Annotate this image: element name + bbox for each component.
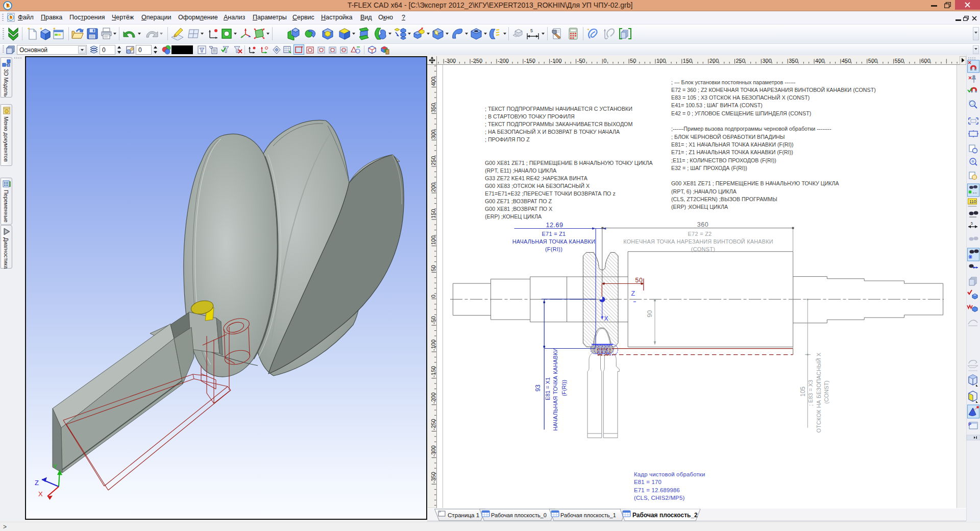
svg-text:Рабочая плоскость_2: Рабочая плоскость_2 xyxy=(632,512,698,519)
svg-text:100: 100 xyxy=(430,235,436,245)
svg-text:КОНЕЧНАЯ ТОЧКА НАРЕЗАНИЯ ВИНТО: КОНЕЧНАЯ ТОЧКА НАРЕЗАНИЯ ВИНТОВОЙ КАНАВК… xyxy=(623,238,773,245)
svg-text:400: 400 xyxy=(430,77,436,86)
svg-text:250: 250 xyxy=(430,156,436,165)
svg-text:;------Пример вызова подпрогра: ;------Пример вызова подпрограммы чернов… xyxy=(671,126,831,132)
svg-text:; ТЕКСТ ПОДПРОГРАММЫ НАЧИНАЕТС: ; ТЕКСТ ПОДПРОГРАММЫ НАЧИНАЕТСЯ С УСТАНО… xyxy=(485,106,632,112)
svg-text:5: 5 xyxy=(530,28,533,33)
svg-text:; E83 = X3: ; E83 = X3 xyxy=(807,380,814,406)
svg-text:G33 ZE72 KE41 RE42 ;НАРЕЗКА: G33 ZE72 KE41 RE42 ;НАРЕЗКА ВИНТА xyxy=(485,175,588,181)
svg-text:X: X xyxy=(38,490,43,498)
svg-text:Y: Y xyxy=(53,463,58,470)
svg-text:; В СТАРТОВУЮ ТОЧКУ ПРОФИЛЯ: ; В СТАРТОВУЮ ТОЧКУ ПРОФИЛЯ xyxy=(485,113,575,119)
svg-text:-300: -300 xyxy=(430,445,436,456)
svg-text:100: 100 xyxy=(656,58,666,64)
svg-text:(CONST): (CONST) xyxy=(823,380,829,403)
svg-text:550: 550 xyxy=(895,58,904,64)
svg-text:105: 105 xyxy=(799,387,806,397)
svg-text:; НА БЕЗОПАСНЫЙ X И ВОЗВРАТ В: ; НА БЕЗОПАСНЫЙ X И ВОЗВРАТ В ТОЧКУ НАЧА… xyxy=(485,129,620,135)
svg-text:;E11= ; КОЛИЧЕСТВО ПРОХОДОВ (F: ;E11= ; КОЛИЧЕСТВО ПРОХОДОВ (F(RI)) xyxy=(671,157,776,163)
svg-text:200: 200 xyxy=(709,58,719,64)
svg-text:12.69: 12.69 xyxy=(546,222,564,229)
svg-text:-100: -100 xyxy=(430,340,436,351)
svg-text:-200: -200 xyxy=(430,393,436,404)
svg-text:E41= 100.53 ; ШАГ ВИНТА (CONST: E41= 100.53 ; ШАГ ВИНТА (CONST) xyxy=(671,102,763,108)
svg-text:E71= ; Z1 НАЧАЛЬНАЯ ТОЧКА КАНА: E71= ; Z1 НАЧАЛЬНАЯ ТОЧКА КАНАВКИ (F(RI)… xyxy=(671,149,793,155)
svg-text:E81= ; X1 НАЧАЛЬНАЯ ТОЧКА КАНА: E81= ; X1 НАЧАЛЬНАЯ ТОЧКА КАНАВКИ (F(RI)… xyxy=(671,141,794,148)
svg-text:G00 XE81 ZE71 ; ПЕРЕМЕЩЕНИЕ: G00 XE81 ZE71 ; ПЕРЕМЕЩЕНИЕ В НАЧАЛЬНУЮ … xyxy=(671,180,840,186)
svg-text:; ПРОФИЛЯ ПО Z: ; ПРОФИЛЯ ПО Z xyxy=(485,136,530,142)
svg-text:350: 350 xyxy=(430,103,436,112)
svg-text:E81 = X1: E81 = X1 xyxy=(545,377,551,400)
svg-text:360: 360 xyxy=(697,221,708,228)
svg-text:0: 0 xyxy=(603,58,606,64)
svg-text:(CONST): (CONST) xyxy=(691,246,715,252)
svg-text:Z: Z xyxy=(35,479,39,487)
svg-text:-100: -100 xyxy=(551,58,562,64)
svg-text:НАЧАЛЬНАЯ ТОЧКА КАНАВКИ: НАЧАЛЬНАЯ ТОЧКА КАНАВКИ xyxy=(552,348,558,430)
svg-text:300: 300 xyxy=(430,130,436,139)
svg-text:НАЧАЛЬНАЯ ТОЧКА КАНАВКИ: НАЧАЛЬНАЯ ТОЧКА КАНАВКИ xyxy=(512,238,595,245)
svg-text:; БЛОК ЧЕРНОВОЙ ОБРАБОТКИ ВПАД: ; БЛОК ЧЕРНОВОЙ ОБРАБОТКИ ВПАДИНЫ xyxy=(671,134,785,140)
svg-text:X: X xyxy=(604,315,609,322)
svg-text:E42 = 0 ; УГЛОВОЕ СМЕЩЕНИЕ ШПИ: E42 = 0 ; УГЛОВОЕ СМЕЩЕНИЕ ШПИНДЕЛЯ (CON… xyxy=(671,110,811,116)
svg-text:(F(RI)): (F(RI)) xyxy=(545,246,562,252)
svg-text:-250: -250 xyxy=(471,58,482,64)
svg-text:350: 350 xyxy=(789,58,798,64)
svg-text:150: 150 xyxy=(683,58,692,64)
svg-text:E71=E71+E32 ;ПЕРЕСЧЕТ ТОЧКИ В: E71=E71+E32 ;ПЕРЕСЧЕТ ТОЧКИ ВОЗВРАТА ПО … xyxy=(485,190,616,197)
svg-text:E72 = 360 ; Z2 КОНЕЧНАЯ ТОЧКА: E72 = 360 ; Z2 КОНЕЧНАЯ ТОЧКА НАРЕЗАНИЯ … xyxy=(671,87,876,93)
svg-text:93: 93 xyxy=(534,384,542,392)
svg-text:Z: Z xyxy=(631,290,635,297)
svg-text:(RPT, E11) ;НАЧАЛО ЦИКЛА: (RPT, E11) ;НАЧАЛО ЦИКЛА xyxy=(485,167,557,174)
svg-text:150: 150 xyxy=(430,209,436,218)
svg-text:(CLS, CHIS2/MP5): (CLS, CHIS2/MP5) xyxy=(634,495,684,501)
svg-text:-200: -200 xyxy=(498,58,509,64)
svg-text:400: 400 xyxy=(815,58,824,64)
svg-text:(ERP) ;КОНЕЦ ЦИКЛА: (ERP) ;КОНЕЦ ЦИКЛА xyxy=(485,213,542,220)
svg-text:G00 XE83 ;ОТСКОК НА БЕЗОПАСНЫЙ: G00 XE83 ;ОТСКОК НА БЕЗОПАСНЫЙ X xyxy=(485,183,590,189)
svg-text:E81 = 170: E81 = 170 xyxy=(634,479,662,485)
svg-text:50: 50 xyxy=(430,265,436,271)
svg-text:P: P xyxy=(968,422,971,427)
svg-text:; ТЕКСТ ПОДПРОГРАММЫ ЗАКАНЧИВА: ; ТЕКСТ ПОДПРОГРАММЫ ЗАКАНЧИВАЕТСЯ ВЫХОД… xyxy=(485,121,632,127)
svg-text:(ERP) ;КОНЕЦ ЦИКЛА: (ERP) ;КОНЕЦ ЦИКЛА xyxy=(671,204,728,210)
svg-text:110: 110 xyxy=(969,199,976,204)
svg-text:-350: -350 xyxy=(430,472,436,483)
svg-text:Кадр чистовой обработки: Кадр чистовой обработки xyxy=(634,471,705,477)
svg-text:300: 300 xyxy=(762,58,771,64)
svg-text:ОТСКОК НА БЕЗОПАСНЫЙ X: ОТСКОК НА БЕЗОПАСНЫЙ X xyxy=(816,352,822,433)
svg-text:500: 500 xyxy=(868,58,877,64)
svg-text:50: 50 xyxy=(630,58,636,64)
svg-text:-50: -50 xyxy=(430,316,436,324)
svg-text:G00 ZE71 ;ВОЗВРАТ ПО Z: G00 ZE71 ;ВОЗВРАТ ПО Z xyxy=(485,198,552,204)
svg-text:E32 = ; ШАГ ПРОХОДА (F(RI)): E32 = ; ШАГ ПРОХОДА (F(RI)) xyxy=(671,165,747,171)
svg-text:E83 = 105 ; X3 ОТСКОК НА БЕЗОП: E83 = 105 ; X3 ОТСКОК НА БЕЗОПАСНЫЙ X (C… xyxy=(671,94,810,101)
svg-text:-150: -150 xyxy=(430,366,436,377)
svg-text:200: 200 xyxy=(430,183,436,192)
svg-text:-250: -250 xyxy=(430,419,436,430)
svg-text:5: 5 xyxy=(971,222,973,225)
svg-text:-50: -50 xyxy=(577,58,585,64)
svg-text:G00 XE81 ;ВОЗВРАТ ПО X: G00 XE81 ;ВОЗВРАТ ПО X xyxy=(485,206,552,212)
svg-text:(RPT, 6) ;НАЧАЛО ЦИКЛА: (RPT, 6) ;НАЧАЛО ЦИКЛА xyxy=(671,188,737,195)
svg-text:600: 600 xyxy=(921,58,930,64)
svg-text:90: 90 xyxy=(646,310,653,318)
svg-text:E71 = 12.689986: E71 = 12.689986 xyxy=(634,487,680,493)
svg-text:E71 = Z1: E71 = Z1 xyxy=(542,231,566,237)
svg-text:Страница 1: Страница 1 xyxy=(448,512,479,518)
svg-text:-300: -300 xyxy=(445,58,456,64)
svg-text:(F(RI)): (F(RI)) xyxy=(561,380,567,396)
svg-text:-150: -150 xyxy=(524,58,535,64)
svg-text:E72 = Z2: E72 = Z2 xyxy=(688,231,712,237)
svg-text:Рабочая плоскость_0: Рабочая плоскость_0 xyxy=(491,512,547,518)
svg-text:450: 450 xyxy=(842,58,851,64)
svg-text:0: 0 xyxy=(430,295,436,298)
svg-text:Рабочая плоскость_1: Рабочая плоскость_1 xyxy=(560,512,616,518)
svg-text:250: 250 xyxy=(736,58,745,64)
svg-text:; --- Блок установки постоянны: ; --- Блок установки постоянных параметр… xyxy=(671,79,796,85)
svg-text:50: 50 xyxy=(635,277,643,284)
svg-text:(CLS, ZT2CHERN) ;ВЫЗОВ ПРОГРА: (CLS, ZT2CHERN) ;ВЫЗОВ ПРОГРАММЫ xyxy=(671,196,777,202)
svg-text:G00 XE81 ZE71 ; ПЕРЕМЕЩЕНИЕ: G00 XE81 ZE71 ; ПЕРЕМЕЩЕНИЕ В НАЧАЛЬНУЮ … xyxy=(485,160,653,166)
